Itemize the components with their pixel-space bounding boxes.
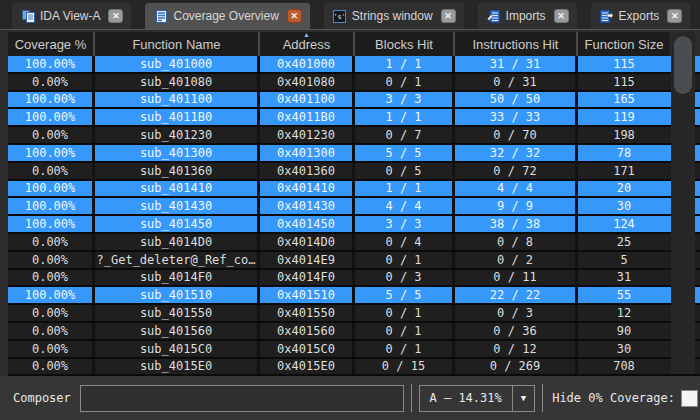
table-row[interactable]: 0.00% sub_401080 0x401080 0 / 1 0 / 31 1…: [8, 74, 700, 92]
cell-blocks-hit: 1 / 1: [355, 109, 455, 125]
table-row[interactable]: 0.00% sub_4014F0 0x4014F0 0 / 3 0 / 11 3…: [8, 270, 700, 288]
svg-text:'s': 's': [334, 13, 347, 21]
cell-function-size: 31: [578, 270, 670, 286]
cell-blocks-hit: 3 / 3: [355, 92, 455, 108]
table-row[interactable]: 0.00% sub_401230 0x401230 0 / 7 0 / 70 1…: [8, 127, 700, 145]
cell-function-name: sub_401000: [95, 56, 260, 72]
close-icon[interactable]: ✕: [667, 9, 682, 23]
table-row[interactable]: 0.00% sub_4015E0 0x4015E0 0 / 15 0 / 269…: [8, 359, 700, 376]
cell-coverage-percent: 0.00%: [8, 252, 95, 268]
table-row[interactable]: 100.00% sub_401450 0x401450 3 / 3 38 / 3…: [8, 216, 700, 234]
cell-address: 0x401000: [260, 56, 355, 72]
cell-address: 0x401080: [260, 74, 355, 90]
tab-ida-view-a[interactable]: IDA View-A ✕: [12, 3, 131, 29]
cell-address: 0x401510: [260, 287, 355, 303]
cell-coverage-percent: 0.00%: [8, 341, 95, 357]
table-row[interactable]: 100.00% sub_401510 0x401510 5 / 5 22 / 2…: [8, 287, 700, 305]
hide-zero-coverage-checkbox[interactable]: [681, 390, 698, 407]
cell-function-size: 30: [578, 198, 670, 214]
cell-function-size: 25: [578, 234, 670, 250]
scrollbar-thumb[interactable]: [674, 36, 692, 94]
exports-icon: [600, 9, 614, 23]
cell-coverage-percent: 0.00%: [8, 359, 95, 375]
close-icon[interactable]: ✕: [554, 9, 569, 23]
column-header-address[interactable]: ▲ Address: [260, 32, 355, 56]
cell-blocks-hit: 0 / 7: [355, 127, 455, 143]
column-header-coverage[interactable]: Coverage %: [8, 32, 95, 56]
cell-function-name: sub_401300: [95, 145, 260, 161]
cell-address: 0x401550: [260, 305, 355, 321]
cell-instructions-hit: 9 / 9: [455, 198, 578, 214]
cell-instructions-hit: 0 / 12: [455, 341, 578, 357]
cell-instructions-hit: 33 / 33: [455, 109, 578, 125]
cell-blocks-hit: 0 / 4: [355, 234, 455, 250]
tab-strings-window[interactable]: 's' Strings window ✕: [324, 3, 464, 29]
table-row[interactable]: 100.00% sub_401410 0x401410 1 / 1 4 / 4 …: [8, 181, 700, 199]
cell-instructions-hit: 0 / 269: [455, 359, 578, 375]
close-icon[interactable]: ✕: [441, 9, 456, 23]
cell-address: 0x401360: [260, 163, 355, 179]
column-header-function-size[interactable]: Function Size: [578, 32, 670, 56]
cell-address: 0x401410: [260, 181, 355, 197]
tab-label: Imports: [506, 9, 546, 23]
table-row[interactable]: 100.00% sub_401300 0x401300 5 / 5 32 / 3…: [8, 145, 700, 163]
cell-blocks-hit: 0 / 5: [355, 163, 455, 179]
cell-blocks-hit: 0 / 1: [355, 323, 455, 339]
table-row[interactable]: 0.00% sub_4015C0 0x4015C0 0 / 1 0 / 12 3…: [8, 341, 700, 359]
column-header-function-name[interactable]: Function Name: [95, 32, 260, 56]
cell-instructions-hit: 0 / 11: [455, 270, 578, 286]
cell-instructions-hit: 50 / 50: [455, 92, 578, 108]
close-icon[interactable]: ✕: [108, 9, 123, 23]
cell-instructions-hit: 4 / 4: [455, 181, 578, 197]
ida-view-icon: [21, 9, 35, 23]
table-row[interactable]: 100.00% sub_4011B0 0x4011B0 1 / 1 33 / 3…: [8, 109, 700, 127]
tab-imports[interactable]: Imports ✕: [478, 3, 577, 29]
cell-function-size: 171: [578, 163, 670, 179]
column-header-label: Function Name: [132, 37, 220, 52]
cell-instructions-hit: 0 / 3: [455, 305, 578, 321]
composer-label: Composer: [13, 391, 71, 405]
cell-function-name: sub_401560: [95, 323, 260, 339]
tab-coverage-overview[interactable]: Coverage Overview ✕: [145, 3, 309, 29]
cell-function-name: sub_401430: [95, 198, 260, 214]
composer-input[interactable]: [80, 385, 404, 412]
column-header-instructions-hit[interactable]: Instructions Hit: [455, 32, 578, 56]
imports-icon: [487, 9, 501, 23]
cell-function-size: 78: [578, 145, 670, 161]
cell-address: 0x4015E0: [260, 359, 355, 375]
table-row[interactable]: 100.00% sub_401430 0x401430 4 / 4 9 / 9 …: [8, 198, 700, 216]
cell-function-name: sub_4011B0: [95, 109, 260, 125]
cell-function-name: ?_Get_deleter@_Ref_co…: [95, 252, 260, 268]
cell-function-name: sub_401450: [95, 216, 260, 232]
cell-blocks-hit: 1 / 1: [355, 56, 455, 72]
table-row[interactable]: 0.00% sub_4014D0 0x4014D0 0 / 4 0 / 8 25: [8, 234, 700, 252]
table-row[interactable]: 100.00% sub_401000 0x401000 1 / 1 31 / 3…: [8, 56, 700, 74]
cell-coverage-percent: 100.00%: [8, 109, 95, 125]
cell-blocks-hit: 0 / 1: [355, 305, 455, 321]
table-row[interactable]: 0.00% sub_401550 0x401550 0 / 1 0 / 3 12: [8, 305, 700, 323]
table-body: 100.00% sub_401000 0x401000 1 / 1 31 / 3…: [8, 56, 700, 376]
cell-blocks-hit: 1 / 1: [355, 181, 455, 197]
tab-bar: IDA View-A ✕ Coverage Overview ✕ 's' Str…: [0, 0, 700, 30]
cell-blocks-hit: 0 / 15: [355, 359, 455, 375]
tab-label: Exports: [619, 9, 660, 23]
table-row[interactable]: 0.00% sub_401560 0x401560 0 / 1 0 / 36 9…: [8, 323, 700, 341]
table-row[interactable]: 100.00% sub_401100 0x401100 3 / 3 50 / 5…: [8, 92, 700, 110]
coverage-set-dropdown[interactable]: A – 14.31% ▼: [419, 385, 536, 412]
cell-instructions-hit: 0 / 2: [455, 252, 578, 268]
cell-instructions-hit: 0 / 36: [455, 323, 578, 339]
tab-label: Strings window: [352, 9, 433, 23]
cell-function-name: sub_4014F0: [95, 270, 260, 286]
close-icon[interactable]: ✕: [287, 9, 302, 23]
cell-function-size: 12: [578, 305, 670, 321]
cell-coverage-percent: 100.00%: [8, 198, 95, 214]
cell-function-name: sub_401230: [95, 127, 260, 143]
cell-coverage-percent: 100.00%: [8, 216, 95, 232]
vertical-scrollbar[interactable]: [671, 32, 695, 374]
table-header-row: Coverage % Function Name ▲ Address Block…: [8, 32, 700, 56]
tab-exports[interactable]: Exports ✕: [591, 3, 691, 29]
table-row[interactable]: 0.00% ?_Get_deleter@_Ref_co… 0x4014E9 0 …: [8, 252, 700, 270]
column-header-blocks-hit[interactable]: Blocks Hit: [355, 32, 455, 56]
column-header-label: Coverage %: [15, 37, 87, 52]
table-row[interactable]: 0.00% sub_401360 0x401360 0 / 5 0 / 72 1…: [8, 163, 700, 181]
